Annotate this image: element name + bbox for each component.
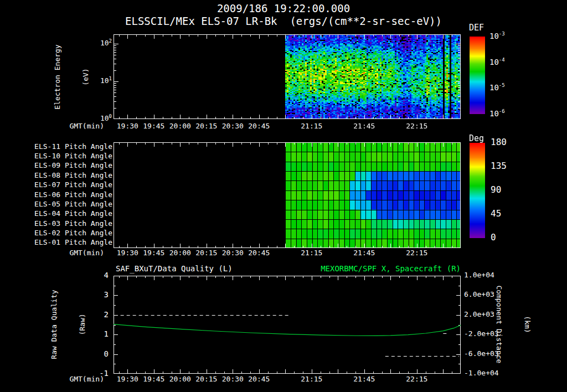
figure-title: 2009/186 19:22:00.000 (0, 3, 567, 15)
distance-y-tick-label: 1.0e+04 (464, 271, 494, 280)
distance-y-tick-label: 2.0e+03 (464, 311, 494, 319)
def-colorbar-tick-label: 10-4 (489, 57, 505, 66)
axis-title-line: Electron Energy (53, 28, 62, 126)
x-tick-label: 21:45 (348, 122, 381, 131)
energy-y-tick-label: 100 (83, 114, 112, 123)
spectrogram-figure: 2009/186 19:22:00.000 ELSSCIL/MEx ELS-07… (0, 0, 567, 392)
quality-y-tick-label: 3 (85, 290, 109, 299)
deg-colorbar-tick-label: 90 (491, 185, 501, 195)
def-colorbar-tick-label: 10-5 (489, 82, 505, 92)
pitch-row-label: ELS-03 Pitch Angle (32, 220, 112, 228)
x-tick-label: 21:45 (348, 375, 381, 384)
deg-colorbar-canvas (470, 143, 485, 238)
energy-y-axis-title: Electron Energy (eV) (34, 28, 53, 126)
quality-y-tick-label: 2 (85, 310, 109, 319)
x-tick-label: 21:45 (348, 249, 381, 257)
spacecraft-title-right: MEXORBMC/SPF X, Spacecraft (R) (321, 264, 461, 273)
x-tick-label: 20:45 (243, 249, 276, 257)
pitch-row-label: ELS-06 Pitch Angle (32, 191, 112, 199)
distance-y-tick-label: -1.0e+04 (464, 369, 499, 378)
quality-y-tick-label: -1 (85, 369, 109, 378)
x-tick-label: 22:15 (400, 249, 434, 257)
pitch-row-label: ELS-10 Pitch Angle (32, 152, 112, 161)
pitch-row-label: ELS-11 Pitch Angle (32, 143, 112, 151)
x-tick-label: 21:15 (295, 375, 328, 384)
pitch-row-label: ELS-01 Pitch Angle (32, 239, 112, 247)
x-tick-label: 22:15 (400, 122, 434, 131)
deg-colorbar-tick-label: 0 (491, 233, 496, 243)
def-colorbar-title: DEF (469, 23, 484, 33)
axis-title-line: Raw Data Quality (49, 276, 59, 373)
x-tick-label: 20:45 (243, 375, 276, 384)
x-tick-label: 22:15 (400, 375, 434, 384)
axis-title-unit: (km) (523, 272, 532, 377)
distance-y-tick-label: 6.0e+03 (464, 291, 494, 299)
quality-y-tick-label: 1 (85, 329, 109, 338)
pitch-angle-canvas (114, 142, 461, 248)
quality-distance-canvas (114, 276, 461, 374)
distance-y-axis-title: (km) Component Distance (532, 272, 551, 377)
x-axis-title-pitch: GMT(min) (51, 249, 104, 257)
deg-colorbar-tick-label: 135 (491, 161, 507, 171)
quality-y-tick-label: 0 (85, 349, 109, 358)
x-tick-label: 20:45 (243, 122, 276, 131)
x-tick-label: 21:15 (295, 249, 328, 257)
quality-title-left: SAF_BXuT/Data Quality (L) (116, 264, 233, 273)
def-colorbar-canvas (470, 37, 485, 114)
energy-spectrogram-canvas (114, 34, 461, 119)
distance-y-tick-label: -6.0e+03 (464, 350, 499, 358)
deg-colorbar-tick-label: 180 (491, 137, 507, 147)
quality-y-axis-title: Raw Data Quality (Raw) (30, 276, 49, 373)
pitch-row-label: ELS-02 Pitch Angle (32, 229, 112, 238)
deg-colorbar-title: Deg (469, 134, 484, 143)
def-colorbar-tick-label: 10-3 (489, 31, 505, 40)
x-tick-label: 21:15 (295, 122, 328, 131)
pitch-row-label: ELS-07 Pitch Angle (32, 181, 112, 189)
distance-y-tick-label: -2.0e+03 (464, 330, 499, 338)
quality-y-tick-label: 4 (85, 271, 109, 280)
pitch-row-label: ELS-05 Pitch Angle (32, 200, 112, 209)
def-colorbar-tick-label: 10-6 (489, 109, 505, 118)
pitch-row-label: ELS-09 Pitch Angle (32, 162, 112, 170)
energy-y-tick-label: 102 (83, 38, 112, 48)
deg-colorbar-tick-label: 45 (491, 209, 501, 219)
energy-y-tick-label: 101 (83, 76, 112, 85)
pitch-row-label: ELS-04 Pitch Angle (32, 210, 112, 218)
axis-title-line: Component Distance (494, 272, 504, 377)
pitch-row-label: ELS-08 Pitch Angle (32, 172, 112, 180)
